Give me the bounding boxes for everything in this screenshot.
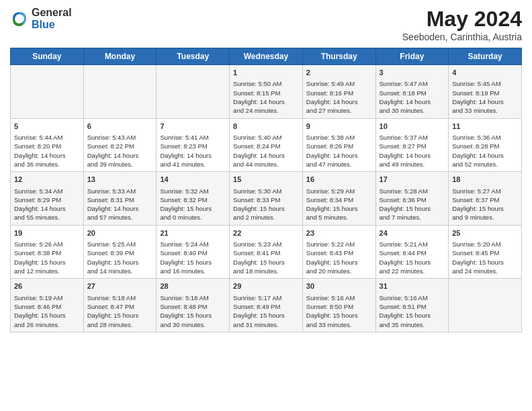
cell-line: Sunset: 8:31 PM	[87, 196, 134, 203]
calendar-cell: 24Sunrise: 5:21 AMSunset: 8:44 PMDayligh…	[375, 225, 449, 279]
cell-line: Daylight: 14 hours	[14, 205, 66, 212]
cell-line: Sunset: 8:24 PM	[233, 142, 280, 150]
cell-line: and 30 minutes.	[380, 107, 425, 114]
day-number: 11	[452, 122, 518, 132]
cell-line: Daylight: 14 hours	[87, 205, 139, 212]
cell-line: Daylight: 15 hours	[306, 205, 358, 212]
cell-line: Daylight: 15 hours	[87, 259, 139, 266]
cell-line: Sunset: 8:29 PM	[14, 196, 61, 203]
day-number: 22	[233, 228, 299, 238]
logo: General Blue	[10, 7, 72, 30]
calendar-cell: 1Sunrise: 5:50 AMSunset: 8:15 PMDaylight…	[230, 65, 303, 119]
cell-content: 20Sunrise: 5:25 AMSunset: 8:39 PMDayligh…	[87, 228, 153, 276]
day-number: 2	[306, 68, 372, 78]
cell-line: Sunrise: 5:21 AM	[380, 240, 428, 248]
cell-content: 28Sunrise: 5:18 AMSunset: 8:48 PMDayligh…	[160, 281, 226, 329]
col-wednesday: Wednesday	[230, 48, 303, 65]
cell-line: Sunrise: 5:29 AM	[306, 187, 355, 195]
day-number: 26	[14, 281, 80, 291]
day-number: 18	[452, 175, 518, 185]
day-number: 25	[452, 228, 518, 238]
cell-line: Sunset: 8:16 PM	[306, 89, 353, 97]
cell-content: 18Sunrise: 5:27 AMSunset: 8:37 PMDayligh…	[452, 175, 518, 222]
calendar-cell: 21Sunrise: 5:24 AMSunset: 8:40 PMDayligh…	[157, 225, 230, 279]
cell-line: Sunset: 8:23 PM	[160, 142, 207, 150]
cell-line: Sunset: 8:43 PM	[306, 249, 353, 257]
cell-line: and 20 minutes.	[306, 267, 352, 275]
calendar-cell: 11Sunrise: 5:36 AMSunset: 8:28 PMDayligh…	[449, 118, 522, 172]
calendar-cell: 18Sunrise: 5:27 AMSunset: 8:37 PMDayligh…	[449, 172, 522, 226]
cell-content: 30Sunrise: 5:16 AMSunset: 8:50 PMDayligh…	[306, 281, 372, 329]
cell-line: Sunrise: 5:32 AM	[160, 187, 208, 195]
week-row-2: 5Sunrise: 5:44 AMSunset: 8:20 PMDaylight…	[11, 118, 522, 172]
cell-line: Daylight: 15 hours	[233, 259, 285, 266]
cell-line: Sunrise: 5:18 AM	[160, 294, 208, 302]
day-number: 13	[87, 175, 153, 185]
cell-content: 4Sunrise: 5:45 AMSunset: 8:19 PMDaylight…	[452, 68, 518, 116]
cell-line: Sunrise: 5:41 AM	[160, 134, 208, 141]
cell-line: Sunrise: 5:38 AM	[306, 134, 355, 141]
calendar-cell: 15Sunrise: 5:30 AMSunset: 8:33 PMDayligh…	[230, 172, 303, 226]
col-monday: Monday	[83, 48, 157, 65]
cell-line: and 30 minutes.	[160, 321, 206, 328]
cell-content: 16Sunrise: 5:29 AMSunset: 8:34 PMDayligh…	[306, 175, 372, 222]
day-number: 24	[380, 228, 445, 238]
cell-content: 2Sunrise: 5:49 AMSunset: 8:16 PMDaylight…	[306, 68, 372, 116]
cell-line: Sunset: 8:49 PM	[233, 303, 280, 310]
header: General Blue May 2024 Seeboden, Carinthi…	[10, 7, 522, 42]
cell-line: Sunset: 8:28 PM	[452, 142, 499, 150]
day-number: 15	[233, 175, 299, 185]
cell-content: 21Sunrise: 5:24 AMSunset: 8:40 PMDayligh…	[160, 228, 226, 276]
cell-line: Sunrise: 5:50 AM	[233, 80, 281, 87]
calendar-cell: 4Sunrise: 5:45 AMSunset: 8:19 PMDaylight…	[449, 65, 522, 119]
cell-line: Daylight: 15 hours	[87, 312, 139, 319]
calendar-cell: 8Sunrise: 5:40 AMSunset: 8:24 PMDaylight…	[230, 118, 303, 172]
cell-line: Daylight: 14 hours	[452, 152, 504, 159]
cell-line: and 35 minutes.	[380, 321, 425, 328]
cell-line: Daylight: 15 hours	[306, 312, 358, 319]
calendar-cell: 28Sunrise: 5:18 AMSunset: 8:48 PMDayligh…	[157, 279, 230, 332]
cell-line: Sunrise: 5:33 AM	[87, 187, 136, 195]
cell-line: Daylight: 14 hours	[233, 152, 285, 159]
day-number: 30	[306, 281, 372, 291]
cell-line: and 22 minutes.	[380, 267, 425, 275]
cell-line: Sunrise: 5:34 AM	[14, 187, 62, 195]
cell-line: Sunrise: 5:25 AM	[87, 240, 136, 248]
cell-line: and 16 minutes.	[160, 267, 206, 275]
cell-line: Sunset: 8:36 PM	[380, 196, 427, 203]
calendar-table: Sunday Monday Tuesday Wednesday Thursday…	[10, 48, 522, 332]
day-number: 28	[160, 281, 226, 291]
cell-line: Sunset: 8:39 PM	[87, 249, 134, 257]
cell-line: and 28 minutes.	[87, 321, 133, 328]
cell-line: Daylight: 15 hours	[233, 312, 285, 319]
cell-line: Daylight: 15 hours	[452, 259, 504, 266]
col-tuesday: Tuesday	[157, 48, 230, 65]
calendar-cell: 26Sunrise: 5:19 AMSunset: 8:46 PMDayligh…	[11, 279, 84, 332]
cell-content: 22Sunrise: 5:23 AMSunset: 8:41 PMDayligh…	[233, 228, 299, 276]
cell-line: Sunrise: 5:19 AM	[14, 294, 62, 302]
cell-line: Daylight: 15 hours	[160, 312, 212, 319]
cell-content: 26Sunrise: 5:19 AMSunset: 8:46 PMDayligh…	[14, 281, 80, 329]
calendar-cell: 23Sunrise: 5:22 AMSunset: 8:43 PMDayligh…	[302, 225, 375, 279]
day-number: 27	[87, 281, 153, 291]
cell-line: Daylight: 15 hours	[452, 205, 504, 212]
cell-line: Sunrise: 5:43 AM	[87, 134, 136, 141]
cell-content: 29Sunrise: 5:17 AMSunset: 8:49 PMDayligh…	[233, 281, 299, 329]
calendar-body: 1Sunrise: 5:50 AMSunset: 8:15 PMDaylight…	[11, 65, 522, 332]
day-number: 16	[306, 175, 372, 185]
calendar-cell: 3Sunrise: 5:47 AMSunset: 8:18 PMDaylight…	[375, 65, 449, 119]
cell-content: 17Sunrise: 5:28 AMSunset: 8:36 PMDayligh…	[380, 175, 445, 222]
cell-line: Sunrise: 5:49 AM	[306, 80, 355, 87]
cell-content: 23Sunrise: 5:22 AMSunset: 8:43 PMDayligh…	[306, 228, 372, 276]
cell-line: Sunset: 8:18 PM	[380, 89, 427, 97]
cell-line: Sunrise: 5:45 AM	[452, 80, 500, 87]
cell-line: Sunrise: 5:27 AM	[452, 187, 500, 195]
cell-content: 1Sunrise: 5:50 AMSunset: 8:15 PMDaylight…	[233, 68, 299, 116]
cell-line: Daylight: 14 hours	[306, 98, 358, 105]
week-row-1: 1Sunrise: 5:50 AMSunset: 8:15 PMDaylight…	[11, 65, 522, 119]
day-number: 12	[14, 175, 80, 185]
cell-line: Sunrise: 5:17 AM	[233, 294, 281, 302]
cell-line: Sunset: 8:37 PM	[452, 196, 499, 203]
cell-line: Sunset: 8:46 PM	[14, 303, 61, 310]
cell-line: Sunset: 8:47 PM	[87, 303, 134, 310]
